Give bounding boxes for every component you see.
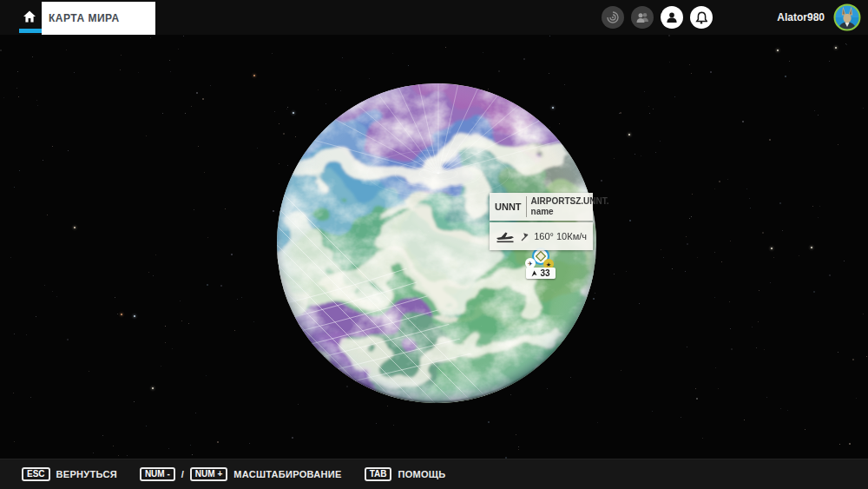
spiral-icon (606, 10, 620, 24)
avatar[interactable] (833, 3, 861, 31)
map-tab[interactable]: КАРТА МИРА (42, 2, 155, 35)
user-area: Alator980 (777, 0, 861, 35)
shortcut-back: ESC ВЕРНУТЬСЯ (22, 467, 117, 481)
takeoff-icon (496, 230, 516, 243)
friends-icon (635, 11, 650, 23)
wind-value: 160° 10Км/ч (534, 231, 587, 241)
marker-count-badge[interactable]: 33 (526, 268, 556, 279)
home-icon (23, 10, 36, 23)
num-plus-key: NUM + (190, 467, 227, 481)
airport-name: AIRPORTSZ.UNNT. name (527, 196, 609, 217)
bell-icon (695, 11, 707, 24)
num-minus-key: NUM - (140, 467, 175, 481)
header-icons (602, 0, 713, 35)
esc-key: ESC (22, 467, 50, 481)
home-tab[interactable] (16, 0, 43, 35)
profile-button[interactable] (661, 6, 683, 29)
airport-code: UNNT (495, 196, 527, 217)
airport-tooltip: UNNT AIRPORTSZ.UNNT. name 160° 10Км/ч (490, 193, 593, 250)
top-bar: КАРТА МИРА (0, 0, 868, 35)
world-map-screen: ✈ ★ 33 UNNT AIRPORTSZ.UNNT. name (0, 0, 868, 489)
profile-icon (666, 11, 678, 23)
cursor-icon (531, 270, 537, 277)
username: Alator980 (777, 11, 825, 23)
marker-count: 33 (540, 268, 549, 278)
windsock-icon (520, 232, 530, 241)
tab-key: TAB (365, 467, 392, 481)
active-tab-underline (19, 29, 42, 33)
notifications-button[interactable] (690, 6, 713, 29)
world-map-viewport[interactable]: ✈ ★ 33 UNNT AIRPORTSZ.UNNT. name (0, 35, 868, 459)
shortcut-bar: ESC ВЕРНУТЬСЯ NUM - / NUM + МАСШТАБИРОВА… (0, 459, 868, 489)
shortcut-zoom: NUM - / NUM + МАСШТАБИРОВАНИЕ (140, 467, 342, 481)
map-tab-label: КАРТА МИРА (49, 12, 120, 24)
shortcut-help: TAB ПОМОЩЬ (365, 467, 446, 481)
stats-button[interactable] (602, 6, 624, 29)
friends-button[interactable] (631, 6, 654, 29)
